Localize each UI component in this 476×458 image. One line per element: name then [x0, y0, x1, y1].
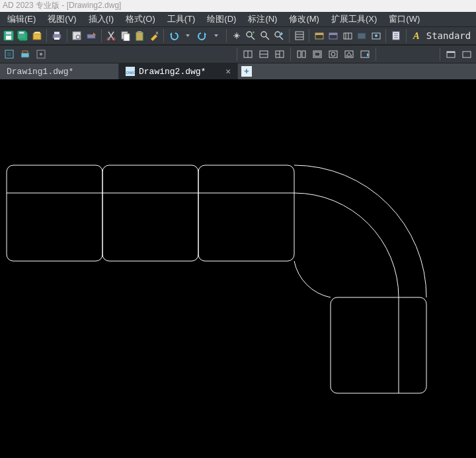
copy-icon[interactable] — [119, 28, 132, 43]
toolbox2-icon[interactable] — [327, 28, 340, 43]
svg-rect-56 — [102, 165, 198, 261]
svg-rect-55 — [7, 165, 102, 261]
menu-edit[interactable]: 编辑(E) — [1, 12, 42, 26]
open-multi-icon[interactable] — [30, 28, 43, 43]
svg-point-21 — [247, 32, 252, 37]
svg-rect-30 — [358, 33, 366, 39]
svg-rect-26 — [315, 33, 323, 35]
redo-dropdown-icon[interactable] — [210, 28, 223, 43]
properties-icon[interactable] — [389, 28, 402, 43]
layer-props-icon[interactable] — [293, 28, 305, 43]
match-prop-icon[interactable] — [147, 28, 160, 43]
paste-icon[interactable] — [133, 28, 145, 43]
toolbar-secondary — [0, 45, 476, 63]
svg-point-23 — [275, 32, 280, 37]
cut-icon[interactable] — [104, 28, 117, 43]
viewport3-icon[interactable] — [272, 47, 287, 61]
menu-insert[interactable]: 插入(I) — [83, 12, 120, 26]
add-tab-button[interactable]: + — [238, 63, 255, 79]
print-icon[interactable] — [50, 28, 63, 43]
svg-point-20 — [235, 34, 238, 37]
text-style-selector[interactable]: A Standard — [413, 29, 475, 42]
zoom-previous-icon[interactable] — [272, 28, 285, 43]
undo-dropdown-icon[interactable] — [182, 28, 194, 43]
plus-icon: + — [241, 66, 252, 77]
menu-bar: 编辑(E) 视图(V) 插入(I) 格式(O) 工具(T) 绘图(D) 标注(N… — [0, 12, 476, 26]
object1-icon[interactable] — [2, 47, 17, 61]
object2-icon[interactable] — [18, 47, 32, 61]
save-icon[interactable] — [2, 28, 15, 43]
viewport2-icon[interactable] — [257, 47, 271, 61]
drawing-canvas[interactable] — [0, 79, 476, 458]
svg-rect-1 — [6, 32, 11, 34]
svg-rect-43 — [302, 51, 305, 57]
viewport1-icon[interactable] — [241, 47, 255, 61]
menu-format[interactable]: 格式(O) — [120, 12, 161, 26]
svg-rect-8 — [54, 32, 60, 34]
svg-rect-24 — [296, 32, 303, 40]
close-icon[interactable]: ✕ — [225, 66, 231, 77]
window-restore-icon[interactable] — [444, 47, 458, 61]
svg-point-47 — [331, 52, 335, 56]
plot-publish-icon[interactable] — [85, 28, 97, 43]
title-text: AD 2023 专业版 - [Drawing2.dwg] — [3, 1, 121, 10]
title-bar: AD 2023 专业版 - [Drawing2.dwg] — [0, 0, 476, 12]
document-tabs: Drawing1.dwg* DWG Drawing2.dwg* ✕ + — [0, 63, 476, 79]
svg-rect-19 — [156, 32, 158, 34]
svg-rect-58 — [331, 297, 426, 393]
menu-tools[interactable]: 工具(T) — [161, 12, 202, 26]
menu-dimension[interactable]: 标注(N) — [242, 12, 283, 26]
toolbar-main: A Standard — [0, 26, 476, 45]
svg-rect-42 — [298, 51, 301, 57]
zoom-realtime-icon[interactable] — [244, 28, 257, 43]
svg-rect-45 — [315, 52, 320, 56]
svg-rect-36 — [21, 53, 29, 57]
svg-rect-18 — [138, 31, 141, 33]
window-close-icon[interactable] — [459, 47, 474, 61]
dwg-file-icon: DWG — [126, 67, 135, 76]
svg-rect-35 — [7, 52, 11, 56]
menu-draw[interactable]: 绘图(D) — [201, 12, 242, 26]
layout2-icon[interactable] — [310, 47, 325, 61]
svg-rect-51 — [447, 52, 455, 53]
text-style-icon: A — [413, 30, 420, 42]
tab-label: Drawing1.dwg* — [7, 67, 73, 77]
layout1-icon[interactable] — [294, 47, 309, 61]
svg-rect-2 — [6, 36, 11, 40]
layout4-icon[interactable] — [342, 47, 356, 61]
redo-icon[interactable] — [196, 28, 208, 43]
text-style-label: Standard — [422, 29, 475, 42]
pan-icon[interactable] — [230, 28, 243, 43]
toolbox1-icon[interactable] — [313, 28, 325, 43]
toolbox4-icon[interactable] — [356, 28, 368, 43]
menu-window[interactable]: 窗口(W) — [383, 12, 426, 26]
svg-point-32 — [375, 34, 377, 37]
svg-text:DWG: DWG — [126, 71, 135, 75]
svg-rect-28 — [329, 33, 337, 35]
svg-rect-29 — [344, 33, 352, 39]
svg-rect-6 — [33, 34, 41, 40]
undo-icon[interactable] — [167, 28, 180, 43]
print-preview-icon[interactable] — [71, 28, 83, 43]
svg-point-38 — [40, 53, 42, 56]
svg-rect-52 — [463, 52, 471, 57]
svg-rect-17 — [136, 32, 143, 40]
tab-drawing2[interactable]: DWG Drawing2.dwg* ✕ — [119, 63, 238, 79]
object3-icon[interactable] — [34, 47, 48, 61]
saveall-icon[interactable] — [16, 28, 28, 43]
svg-rect-5 — [19, 32, 24, 34]
menu-view[interactable]: 视图(V) — [42, 12, 82, 26]
svg-rect-57 — [198, 165, 294, 261]
svg-point-22 — [261, 32, 266, 37]
layout3-icon[interactable] — [326, 47, 340, 61]
tab-label: Drawing2.dwg* — [139, 67, 206, 77]
tab-drawing1[interactable]: Drawing1.dwg* — [0, 63, 119, 79]
toolbox5-icon[interactable] — [370, 28, 382, 43]
svg-rect-16 — [124, 34, 130, 41]
svg-rect-9 — [54, 38, 60, 40]
layout5-icon[interactable] — [358, 47, 372, 61]
toolbox3-icon[interactable] — [341, 28, 354, 43]
menu-modify[interactable]: 修改(M) — [283, 12, 325, 26]
menu-extend[interactable]: 扩展工具(X) — [325, 12, 383, 26]
zoom-window-icon[interactable] — [258, 28, 271, 43]
